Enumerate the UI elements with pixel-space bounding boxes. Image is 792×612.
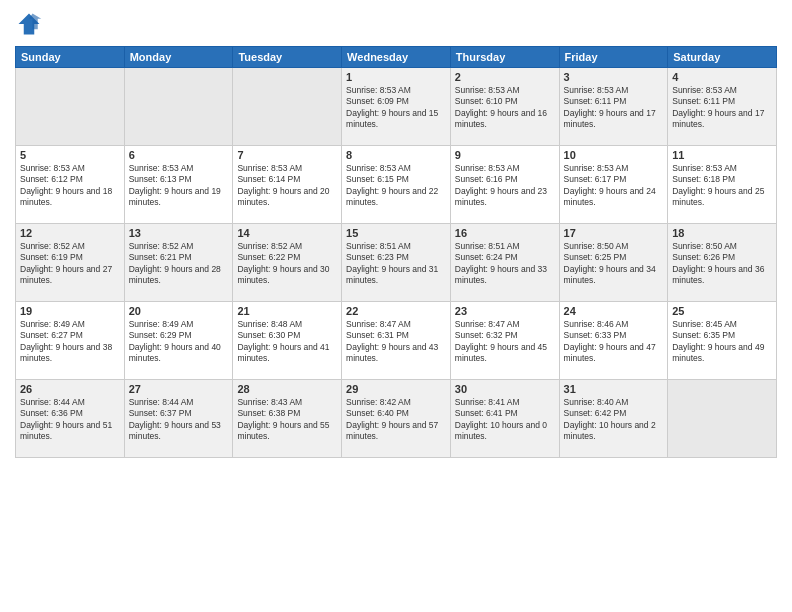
day-info: Sunrise: 8:53 AMSunset: 6:11 PMDaylight:…	[564, 85, 664, 131]
day-number: 1	[346, 71, 446, 83]
calendar-cell: 18Sunrise: 8:50 AMSunset: 6:26 PMDayligh…	[668, 224, 777, 302]
day-info: Sunrise: 8:53 AMSunset: 6:13 PMDaylight:…	[129, 163, 229, 209]
day-number: 12	[20, 227, 120, 239]
day-number: 4	[672, 71, 772, 83]
day-info: Sunrise: 8:44 AMSunset: 6:36 PMDaylight:…	[20, 397, 120, 443]
day-info: Sunrise: 8:53 AMSunset: 6:12 PMDaylight:…	[20, 163, 120, 209]
day-info: Sunrise: 8:50 AMSunset: 6:26 PMDaylight:…	[672, 241, 772, 287]
day-info: Sunrise: 8:46 AMSunset: 6:33 PMDaylight:…	[564, 319, 664, 365]
calendar-cell: 12Sunrise: 8:52 AMSunset: 6:19 PMDayligh…	[16, 224, 125, 302]
day-number: 8	[346, 149, 446, 161]
calendar-week-row: 19Sunrise: 8:49 AMSunset: 6:27 PMDayligh…	[16, 302, 777, 380]
day-info: Sunrise: 8:52 AMSunset: 6:21 PMDaylight:…	[129, 241, 229, 287]
day-info: Sunrise: 8:47 AMSunset: 6:31 PMDaylight:…	[346, 319, 446, 365]
day-number: 27	[129, 383, 229, 395]
day-number: 7	[237, 149, 337, 161]
day-number: 16	[455, 227, 555, 239]
weekday-header: Tuesday	[233, 47, 342, 68]
weekday-header-row: SundayMondayTuesdayWednesdayThursdayFrid…	[16, 47, 777, 68]
day-number: 25	[672, 305, 772, 317]
calendar-cell: 29Sunrise: 8:42 AMSunset: 6:40 PMDayligh…	[342, 380, 451, 458]
weekday-header: Saturday	[668, 47, 777, 68]
calendar-week-row: 5Sunrise: 8:53 AMSunset: 6:12 PMDaylight…	[16, 146, 777, 224]
calendar-week-row: 1Sunrise: 8:53 AMSunset: 6:09 PMDaylight…	[16, 68, 777, 146]
calendar-cell: 4Sunrise: 8:53 AMSunset: 6:11 PMDaylight…	[668, 68, 777, 146]
day-number: 5	[20, 149, 120, 161]
day-number: 23	[455, 305, 555, 317]
day-number: 24	[564, 305, 664, 317]
logo-icon	[15, 10, 43, 38]
day-info: Sunrise: 8:50 AMSunset: 6:25 PMDaylight:…	[564, 241, 664, 287]
calendar-cell: 23Sunrise: 8:47 AMSunset: 6:32 PMDayligh…	[450, 302, 559, 380]
calendar-cell: 10Sunrise: 8:53 AMSunset: 6:17 PMDayligh…	[559, 146, 668, 224]
calendar-cell: 5Sunrise: 8:53 AMSunset: 6:12 PMDaylight…	[16, 146, 125, 224]
calendar-cell: 20Sunrise: 8:49 AMSunset: 6:29 PMDayligh…	[124, 302, 233, 380]
day-info: Sunrise: 8:53 AMSunset: 6:17 PMDaylight:…	[564, 163, 664, 209]
calendar-cell: 31Sunrise: 8:40 AMSunset: 6:42 PMDayligh…	[559, 380, 668, 458]
weekday-header: Sunday	[16, 47, 125, 68]
calendar-cell: 6Sunrise: 8:53 AMSunset: 6:13 PMDaylight…	[124, 146, 233, 224]
calendar-cell	[124, 68, 233, 146]
weekday-header: Thursday	[450, 47, 559, 68]
day-info: Sunrise: 8:53 AMSunset: 6:14 PMDaylight:…	[237, 163, 337, 209]
day-info: Sunrise: 8:44 AMSunset: 6:37 PMDaylight:…	[129, 397, 229, 443]
calendar-cell: 24Sunrise: 8:46 AMSunset: 6:33 PMDayligh…	[559, 302, 668, 380]
calendar-cell: 9Sunrise: 8:53 AMSunset: 6:16 PMDaylight…	[450, 146, 559, 224]
weekday-header: Friday	[559, 47, 668, 68]
calendar-cell: 16Sunrise: 8:51 AMSunset: 6:24 PMDayligh…	[450, 224, 559, 302]
day-number: 17	[564, 227, 664, 239]
day-number: 9	[455, 149, 555, 161]
calendar-cell	[668, 380, 777, 458]
day-info: Sunrise: 8:53 AMSunset: 6:15 PMDaylight:…	[346, 163, 446, 209]
calendar-cell: 11Sunrise: 8:53 AMSunset: 6:18 PMDayligh…	[668, 146, 777, 224]
day-number: 18	[672, 227, 772, 239]
day-info: Sunrise: 8:53 AMSunset: 6:09 PMDaylight:…	[346, 85, 446, 131]
day-number: 26	[20, 383, 120, 395]
day-number: 15	[346, 227, 446, 239]
page: SundayMondayTuesdayWednesdayThursdayFrid…	[0, 0, 792, 612]
day-number: 6	[129, 149, 229, 161]
calendar-cell: 2Sunrise: 8:53 AMSunset: 6:10 PMDaylight…	[450, 68, 559, 146]
day-number: 14	[237, 227, 337, 239]
day-info: Sunrise: 8:41 AMSunset: 6:41 PMDaylight:…	[455, 397, 555, 443]
calendar-cell: 21Sunrise: 8:48 AMSunset: 6:30 PMDayligh…	[233, 302, 342, 380]
day-number: 28	[237, 383, 337, 395]
day-info: Sunrise: 8:48 AMSunset: 6:30 PMDaylight:…	[237, 319, 337, 365]
weekday-header: Monday	[124, 47, 233, 68]
day-info: Sunrise: 8:51 AMSunset: 6:23 PMDaylight:…	[346, 241, 446, 287]
day-number: 11	[672, 149, 772, 161]
day-info: Sunrise: 8:42 AMSunset: 6:40 PMDaylight:…	[346, 397, 446, 443]
day-number: 30	[455, 383, 555, 395]
day-info: Sunrise: 8:47 AMSunset: 6:32 PMDaylight:…	[455, 319, 555, 365]
day-info: Sunrise: 8:40 AMSunset: 6:42 PMDaylight:…	[564, 397, 664, 443]
calendar-cell: 7Sunrise: 8:53 AMSunset: 6:14 PMDaylight…	[233, 146, 342, 224]
calendar-cell: 1Sunrise: 8:53 AMSunset: 6:09 PMDaylight…	[342, 68, 451, 146]
day-info: Sunrise: 8:53 AMSunset: 6:16 PMDaylight:…	[455, 163, 555, 209]
calendar-cell: 27Sunrise: 8:44 AMSunset: 6:37 PMDayligh…	[124, 380, 233, 458]
day-info: Sunrise: 8:43 AMSunset: 6:38 PMDaylight:…	[237, 397, 337, 443]
day-number: 3	[564, 71, 664, 83]
day-number: 29	[346, 383, 446, 395]
day-number: 20	[129, 305, 229, 317]
calendar-cell: 25Sunrise: 8:45 AMSunset: 6:35 PMDayligh…	[668, 302, 777, 380]
day-number: 19	[20, 305, 120, 317]
day-info: Sunrise: 8:51 AMSunset: 6:24 PMDaylight:…	[455, 241, 555, 287]
calendar: SundayMondayTuesdayWednesdayThursdayFrid…	[15, 46, 777, 458]
day-info: Sunrise: 8:52 AMSunset: 6:22 PMDaylight:…	[237, 241, 337, 287]
calendar-week-row: 12Sunrise: 8:52 AMSunset: 6:19 PMDayligh…	[16, 224, 777, 302]
calendar-cell: 15Sunrise: 8:51 AMSunset: 6:23 PMDayligh…	[342, 224, 451, 302]
day-number: 21	[237, 305, 337, 317]
weekday-header: Wednesday	[342, 47, 451, 68]
calendar-cell: 26Sunrise: 8:44 AMSunset: 6:36 PMDayligh…	[16, 380, 125, 458]
day-number: 22	[346, 305, 446, 317]
calendar-week-row: 26Sunrise: 8:44 AMSunset: 6:36 PMDayligh…	[16, 380, 777, 458]
day-info: Sunrise: 8:53 AMSunset: 6:11 PMDaylight:…	[672, 85, 772, 131]
day-number: 31	[564, 383, 664, 395]
calendar-cell	[233, 68, 342, 146]
calendar-cell: 14Sunrise: 8:52 AMSunset: 6:22 PMDayligh…	[233, 224, 342, 302]
day-info: Sunrise: 8:45 AMSunset: 6:35 PMDaylight:…	[672, 319, 772, 365]
calendar-cell: 30Sunrise: 8:41 AMSunset: 6:41 PMDayligh…	[450, 380, 559, 458]
calendar-cell: 22Sunrise: 8:47 AMSunset: 6:31 PMDayligh…	[342, 302, 451, 380]
day-number: 10	[564, 149, 664, 161]
day-number: 13	[129, 227, 229, 239]
